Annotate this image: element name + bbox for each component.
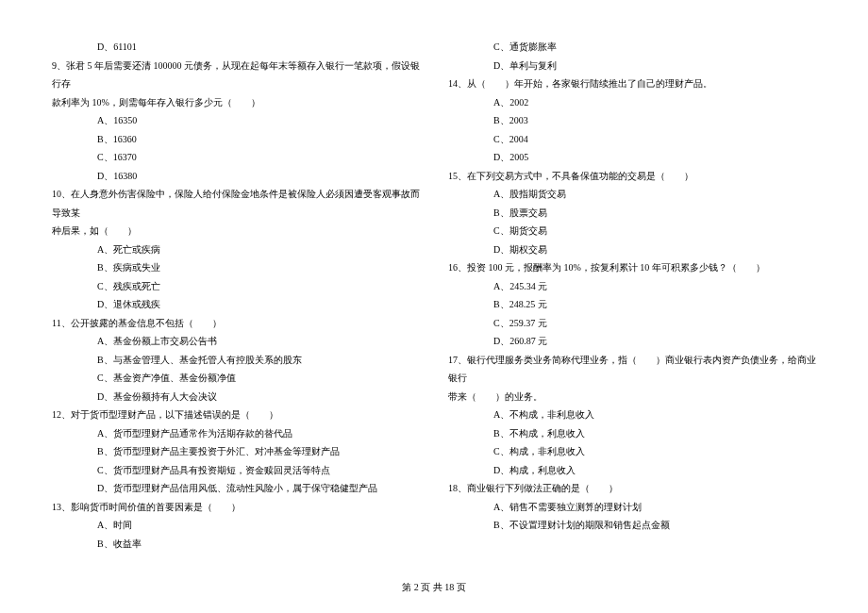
answer-option: B、收益率 [52, 535, 420, 554]
answer-option: C、残疾或死亡 [52, 277, 420, 296]
question-line: 12、对于货币型理财产品，以下描述错误的是（ ） [52, 406, 420, 424]
answer-option: C、259.37 元 [448, 314, 816, 333]
answer-option: D、61101 [52, 38, 420, 57]
answer-option: B、16360 [52, 130, 420, 149]
answer-option: A、16350 [52, 111, 420, 130]
question-line: 11、公开披露的基金信息不包括（ ） [52, 314, 420, 333]
page-footer: 第 2 页 共 18 页 [0, 581, 868, 594]
answer-option: D、基金份额持有人大会决议 [52, 388, 420, 406]
question-line-continued: 种后果，如（ ） [52, 222, 420, 240]
answer-option: D、构成，利息收入 [448, 461, 816, 480]
answer-option: C、2004 [448, 130, 816, 149]
question-line: 13、影响货币时间价值的首要因素是（ ） [52, 498, 420, 517]
question-line: 15、在下列交易方式中，不具备保值功能的交易是（ ） [448, 167, 816, 186]
left-column: D、611019、张君 5 年后需要还清 100000 元债务，从现在起每年末等… [52, 38, 420, 566]
question-line: 17、银行代理服务类业务简称代理业务，指（ ）商业银行表内资产负债业务，给商业银… [448, 351, 816, 388]
answer-option: B、不设置理财计划的期限和销售起点金额 [448, 516, 816, 535]
question-line: 14、从（ ）年开始，各家银行陆续推出了自己的理财产品。 [448, 75, 816, 93]
question-line: 9、张君 5 年后需要还清 100000 元债务，从现在起每年末等额存入银行一笔… [52, 57, 420, 93]
answer-option: B、2003 [448, 111, 816, 130]
answer-option: A、245.34 元 [448, 277, 816, 296]
answer-option: A、不构成，非利息收入 [448, 406, 816, 424]
answer-option: A、死亡或疾病 [52, 240, 420, 259]
answer-option: A、销售不需要独立测算的理财计划 [448, 498, 816, 517]
answer-option: B、248.25 元 [448, 295, 816, 314]
answer-option: B、货币型理财产品主要投资于外汇、对冲基金等理财产品 [52, 442, 420, 461]
answer-option: B、股票交易 [448, 204, 816, 223]
answer-option: D、货币型理财产品信用风低、流动性风险小，属于保守稳健型产品 [52, 479, 420, 498]
page-number: 第 2 页 共 18 页 [402, 582, 466, 592]
answer-option: D、退休或残疾 [52, 295, 420, 314]
question-line: 10、在人身意外伤害保险中，保险人给付保险金地条件是被保险人必须因遭受客观事故而… [52, 185, 420, 222]
answer-option: A、股指期货交易 [448, 185, 816, 204]
answer-option: D、单利与复利 [448, 57, 816, 75]
answer-option: A、基金份额上市交易公告书 [52, 332, 420, 351]
answer-option: C、16370 [52, 148, 420, 167]
right-column: C、通货膨胀率D、单利与复利14、从（ ）年开始，各家银行陆续推出了自己的理财产… [448, 38, 816, 566]
question-line-continued: 带来（ ）的业务。 [448, 388, 816, 406]
question-line: 16、投资 100 元，报酬率为 10%，按复利累计 10 年可积累多少钱？（ … [448, 258, 816, 277]
question-line: 18、商业银行下列做法正确的是（ ） [448, 479, 816, 498]
answer-option: C、构成，非利息收入 [448, 442, 816, 461]
answer-option: C、货币型理财产品具有投资期短，资金赎回灵活等特点 [52, 461, 420, 480]
question-line-continued: 款利率为 10%，则需每年存入银行多少元（ ） [52, 93, 420, 112]
content-area: D、611019、张君 5 年后需要还清 100000 元债务，从现在起每年末等… [52, 38, 816, 566]
answer-option: C、基金资产净值、基金份额净值 [52, 369, 420, 388]
answer-option: D、2005 [448, 148, 816, 167]
answer-option: B、不构成，利息收入 [448, 424, 816, 443]
answer-option: B、与基金管理人、基金托管人有控股关系的股东 [52, 351, 420, 370]
answer-option: A、货币型理财产品通常作为活期存款的替代品 [52, 424, 420, 443]
answer-option: A、时间 [52, 516, 420, 535]
answer-option: A、2002 [448, 93, 816, 112]
answer-option: D、16380 [52, 167, 420, 186]
answer-option: D、期权交易 [448, 240, 816, 259]
answer-option: B、疾病或失业 [52, 258, 420, 277]
answer-option: C、期货交易 [448, 222, 816, 240]
answer-option: C、通货膨胀率 [448, 38, 816, 57]
answer-option: D、260.87 元 [448, 332, 816, 351]
